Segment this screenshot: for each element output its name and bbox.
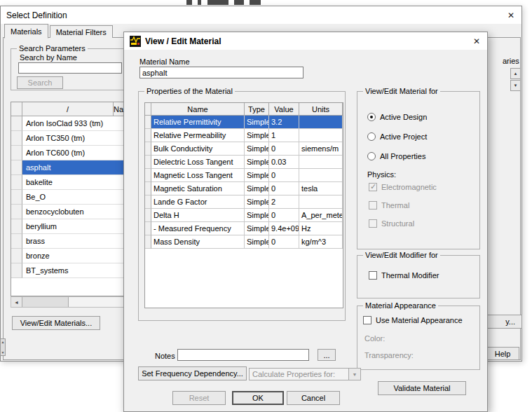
- material-name[interactable]: Be_O: [22, 190, 125, 205]
- property-units[interactable]: tesla: [299, 182, 343, 195]
- material-row-selector[interactable]: [11, 160, 22, 175]
- radio-all-properties[interactable]: All Properties: [367, 152, 425, 160]
- search-input[interactable]: [18, 62, 122, 74]
- material-row[interactable]: benzocyclobuten: [11, 205, 125, 219]
- material-row[interactable]: Arlon TC350 (tm): [11, 131, 125, 146]
- property-value[interactable]: 0: [269, 142, 299, 156]
- material-row[interactable]: Be_O: [11, 190, 125, 205]
- property-value[interactable]: 0: [269, 182, 299, 195]
- property-units[interactable]: [299, 195, 343, 209]
- tab-material-filters[interactable]: Material Filters: [50, 25, 113, 38]
- checkbox-icon[interactable]: [369, 271, 377, 280]
- material-row[interactable]: Arlon TC600 (tm): [11, 146, 125, 160]
- property-type[interactable]: Simple: [245, 182, 269, 195]
- material-name[interactable]: asphalt: [22, 160, 125, 175]
- row-selector[interactable]: [145, 182, 151, 195]
- radio-active-project[interactable]: Active Project: [367, 132, 427, 141]
- ok-button[interactable]: OK: [232, 391, 284, 405]
- row-selector[interactable]: [145, 116, 151, 129]
- material-name[interactable]: brass: [22, 234, 125, 249]
- material-row[interactable]: asphalt: [11, 160, 125, 175]
- properties-header-corner[interactable]: [145, 103, 151, 116]
- property-units[interactable]: [299, 116, 343, 129]
- row-selector[interactable]: [145, 142, 151, 156]
- property-name[interactable]: Magnetic Loss Tangent: [151, 169, 245, 182]
- material-row-selector[interactable]: [11, 234, 22, 249]
- property-value[interactable]: 0.03: [269, 156, 299, 169]
- material-row-selector[interactable]: [11, 263, 22, 278]
- view-edit-material-titlebar[interactable]: View / Edit Material: [124, 32, 487, 50]
- property-name[interactable]: Lande G Factor: [151, 195, 245, 209]
- property-row[interactable]: Magnetic SaturationSimple0tesla: [145, 182, 343, 195]
- property-value[interactable]: 3.2: [269, 116, 299, 129]
- hscrollbar-thumb[interactable]: [22, 297, 69, 307]
- help-button[interactable]: Help: [486, 347, 519, 360]
- property-row[interactable]: Relative PermittivitySimple3.2: [145, 116, 343, 129]
- material-row-selector[interactable]: [11, 146, 22, 160]
- property-row[interactable]: Magnetic Loss TangentSimple0: [145, 169, 343, 182]
- row-selector[interactable]: [145, 195, 151, 209]
- material-row[interactable]: Arlon IsoClad 933 (tm): [11, 116, 125, 131]
- view-edit-materials-button[interactable]: View/Edit Materials...: [12, 316, 100, 330]
- property-name[interactable]: Relative Permeability: [151, 129, 245, 142]
- property-units[interactable]: [299, 169, 343, 182]
- tab-materials[interactable]: Materials: [4, 24, 48, 39]
- property-name[interactable]: Relative Permittivity: [151, 116, 245, 129]
- reset-button[interactable]: Reset: [172, 391, 226, 405]
- scroll-down-icon[interactable]: ▼: [510, 80, 521, 91]
- material-name-input[interactable]: [139, 67, 303, 78]
- property-units[interactable]: [299, 129, 343, 142]
- material-row-selector[interactable]: [11, 131, 22, 146]
- property-row[interactable]: Bulk ConductivitySimple0siemens/m: [145, 142, 343, 156]
- property-row[interactable]: - Measured FrequencySimple9.4e+09Hz: [145, 222, 343, 235]
- property-type[interactable]: Simple: [245, 169, 269, 182]
- material-row-selector[interactable]: [11, 219, 22, 234]
- property-value[interactable]: 2: [269, 195, 299, 209]
- column-header-type[interactable]: Type: [245, 103, 269, 116]
- material-name[interactable]: Arlon TC350 (tm): [22, 131, 125, 146]
- search-button[interactable]: Search: [17, 76, 63, 89]
- property-type[interactable]: Simple: [245, 235, 269, 249]
- property-units[interactable]: siemens/m: [299, 142, 343, 156]
- notes-input[interactable]: [177, 349, 309, 361]
- property-units[interactable]: [299, 156, 343, 169]
- material-name[interactable]: BT_systems: [22, 263, 125, 278]
- close-icon[interactable]: ✕: [500, 6, 521, 24]
- property-type[interactable]: Simple: [245, 222, 269, 235]
- property-type[interactable]: Simple: [245, 129, 269, 142]
- checkbox-icon[interactable]: [363, 316, 371, 324]
- material-row-selector[interactable]: [11, 190, 22, 205]
- notes-browse-button[interactable]: ...: [318, 349, 336, 361]
- property-name[interactable]: Bulk Conductivity: [151, 142, 245, 156]
- materials-header-corner[interactable]: [11, 102, 22, 116]
- property-row[interactable]: Dielectric Loss TangentSimple0.03: [145, 156, 343, 169]
- property-value[interactable]: 9.4e+09: [269, 222, 299, 235]
- column-header-units[interactable]: Units: [299, 103, 343, 116]
- property-row[interactable]: Mass DensitySimple0kg/m^3: [145, 235, 343, 249]
- property-name[interactable]: Mass Density: [151, 235, 245, 249]
- radio-icon[interactable]: [367, 152, 376, 160]
- radio-icon[interactable]: [367, 132, 376, 141]
- dropdown-arrow-icon[interactable]: ▼: [348, 369, 360, 380]
- scroll-up-icon[interactable]: ▲: [510, 68, 521, 79]
- property-value[interactable]: 1: [269, 129, 299, 142]
- material-row-selector[interactable]: [11, 116, 22, 131]
- material-name[interactable]: Arlon TC600 (tm): [22, 146, 125, 160]
- row-selector[interactable]: [145, 169, 151, 182]
- property-value[interactable]: 0: [269, 235, 299, 249]
- property-name[interactable]: Delta H: [151, 209, 245, 222]
- property-value[interactable]: 0: [269, 209, 299, 222]
- scroll-left-icon[interactable]: ◄: [11, 297, 22, 307]
- materials-hscrollbar[interactable]: ◄: [11, 296, 125, 308]
- material-row[interactable]: bakelite: [11, 175, 125, 190]
- material-name[interactable]: benzocyclobuten: [22, 205, 125, 219]
- material-row[interactable]: brass: [11, 234, 125, 249]
- material-row[interactable]: BT_systems: [11, 263, 125, 278]
- property-name[interactable]: Dielectric Loss Tangent: [151, 156, 245, 169]
- row-selector[interactable]: [145, 235, 151, 249]
- row-selector[interactable]: [145, 156, 151, 169]
- property-row[interactable]: Lande G FactorSimple2: [145, 195, 343, 209]
- property-row[interactable]: Relative PermeabilitySimple1: [145, 129, 343, 142]
- property-units[interactable]: A_per_meter: [299, 209, 343, 222]
- property-units[interactable]: kg/m^3: [299, 235, 343, 249]
